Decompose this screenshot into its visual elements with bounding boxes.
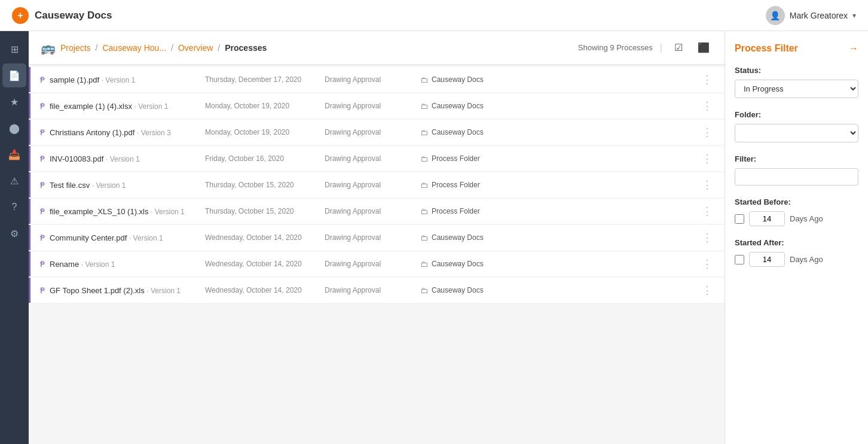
file-folder: 🗀 Causeway Docs xyxy=(420,233,699,242)
table-row[interactable]: Ᵽ sample (1).pdf · Version 1 Thursday, D… xyxy=(29,67,725,92)
breadcrumb-icon: 🚌 xyxy=(41,41,56,55)
folder-icon: 🗀 xyxy=(420,260,428,269)
breadcrumb-sep-2: / xyxy=(171,43,173,53)
process-icon: Ᵽ xyxy=(40,260,45,269)
started-before-row: Days Ago xyxy=(735,211,858,226)
panel-header: Process Filter → xyxy=(735,43,858,54)
table-row[interactable]: Ᵽ file_example (1) (4).xlsx · Version 1 … xyxy=(29,93,725,118)
sidebar: ⊞ 📄 ★ ⬤ 📥 ⚠ ? ⚙ xyxy=(0,31,29,444)
folder-icon: 🗀 xyxy=(420,207,428,216)
started-after-label: Started After: xyxy=(735,238,858,247)
file-menu-button[interactable]: ⋮ xyxy=(699,284,715,297)
file-type: Drawing Approval xyxy=(325,207,420,215)
process-icon: Ᵽ xyxy=(40,286,45,295)
file-name: INV-010083.pdf · Version 1 xyxy=(50,154,205,163)
sidebar-item-alert[interactable]: ⚠ xyxy=(2,169,26,193)
folder-select[interactable] xyxy=(735,124,858,142)
file-version: · Version 1 xyxy=(106,155,140,163)
export-action-button[interactable]: ⬛ xyxy=(695,39,713,57)
checkbox-action-button[interactable]: ☑ xyxy=(670,39,687,57)
breadcrumb: 🚌 Projects / Causeway Hou... / Overview … xyxy=(41,41,267,55)
sidebar-item-projects[interactable]: ⊞ xyxy=(2,37,26,61)
file-name: sample (1).pdf · Version 1 xyxy=(50,75,205,84)
table-row[interactable]: Ᵽ Rename · Version 1 Wednesday, October … xyxy=(29,251,725,276)
file-version: · Version 1 xyxy=(146,287,181,295)
file-name: Rename · Version 1 xyxy=(50,260,205,269)
process-icon: Ᵽ xyxy=(40,75,45,84)
file-folder: 🗀 Causeway Docs xyxy=(420,286,699,295)
file-type: Drawing Approval xyxy=(325,102,420,110)
file-date: Thursday, October 15, 2020 xyxy=(205,207,325,215)
sidebar-item-starred[interactable]: ★ xyxy=(2,90,26,114)
file-menu-button[interactable]: ⋮ xyxy=(699,178,715,191)
header-left: + Causeway Docs xyxy=(12,7,112,24)
folder-icon: 🗀 xyxy=(420,181,428,190)
filter-input[interactable] xyxy=(735,168,858,185)
folder-icon: 🗀 xyxy=(420,102,428,111)
file-folder: 🗀 Causeway Docs xyxy=(420,260,699,269)
folder-icon: 🗀 xyxy=(420,154,428,163)
started-before-days-input[interactable] xyxy=(749,211,785,226)
file-version: · Version 1 xyxy=(135,102,169,111)
table-row[interactable]: Ᵽ Community Center.pdf · Version 1 Wedne… xyxy=(29,225,725,250)
file-menu-button[interactable]: ⋮ xyxy=(699,99,715,112)
folder-icon: 🗀 xyxy=(420,233,428,242)
breadcrumb-sep-1: / xyxy=(96,43,98,53)
file-folder: 🗀 Causeway Docs xyxy=(420,75,699,84)
breadcrumb-causeway[interactable]: Causeway Hou... xyxy=(102,43,166,53)
started-before-label: Started Before: xyxy=(735,197,858,206)
started-after-checkbox[interactable] xyxy=(735,255,744,264)
filter-label: Filter: xyxy=(735,154,858,163)
file-folder: 🗀 Process Folder xyxy=(420,154,699,163)
panel-close-arrow[interactable]: → xyxy=(849,43,858,54)
file-date: Monday, October 19, 2020 xyxy=(205,128,325,136)
sidebar-item-settings[interactable]: ⚙ xyxy=(2,221,26,245)
folder-label: Folder: xyxy=(735,110,858,119)
file-date: Monday, October 19, 2020 xyxy=(205,102,325,110)
table-row[interactable]: Ᵽ GF Topo Sheet 1.pdf (2).xls · Version … xyxy=(29,278,725,303)
table-row[interactable]: Ᵽ Test file.csv · Version 1 Thursday, Oc… xyxy=(29,172,725,197)
file-name: file_example_XLS_10 (1).xls · Version 1 xyxy=(50,207,205,216)
status-select[interactable]: In Progress Complete Pending Rejected xyxy=(735,80,858,98)
file-menu-button[interactable]: ⋮ xyxy=(699,126,715,139)
started-before-checkbox[interactable] xyxy=(735,214,744,224)
process-icon: Ᵽ xyxy=(40,128,45,137)
breadcrumb-overview[interactable]: Overview xyxy=(178,43,213,53)
file-menu-button[interactable]: ⋮ xyxy=(699,205,715,218)
sidebar-item-inbox[interactable]: 📥 xyxy=(2,142,26,166)
process-icon: Ᵽ xyxy=(40,102,45,111)
started-after-days-input[interactable] xyxy=(749,252,785,267)
sidebar-item-dot[interactable]: ⬤ xyxy=(2,116,26,140)
file-menu-button[interactable]: ⋮ xyxy=(699,231,715,244)
user-dropdown-arrow[interactable]: ▾ xyxy=(852,11,856,20)
file-menu-button[interactable]: ⋮ xyxy=(699,73,715,86)
file-type: Drawing Approval xyxy=(325,128,420,136)
folder-icon: 🗀 xyxy=(420,286,428,295)
user-name: Mark Greatorex xyxy=(790,11,848,20)
process-icon: Ᵽ xyxy=(40,181,45,190)
table-row[interactable]: Ᵽ INV-010083.pdf · Version 1 Friday, Oct… xyxy=(29,146,725,171)
table-row[interactable]: Ᵽ file_example_XLS_10 (1).xls · Version … xyxy=(29,199,725,224)
logo-icon: + xyxy=(12,7,29,24)
file-type: Drawing Approval xyxy=(325,260,420,268)
file-menu-button[interactable]: ⋮ xyxy=(699,257,715,270)
showing-text: Showing 9 Processes xyxy=(578,43,653,52)
file-name: GF Topo Sheet 1.pdf (2).xls · Version 1 xyxy=(50,286,205,295)
sidebar-item-help[interactable]: ? xyxy=(2,195,26,219)
file-folder: 🗀 Causeway Docs xyxy=(420,102,699,111)
file-type: Drawing Approval xyxy=(325,233,420,242)
folder-icon: 🗀 xyxy=(420,75,428,84)
table-row[interactable]: Ᵽ Christians Antony (1).pdf · Version 3 … xyxy=(29,120,725,145)
breadcrumb-projects[interactable]: Projects xyxy=(60,43,91,53)
file-version: · Version 1 xyxy=(151,208,185,216)
sidebar-item-documents[interactable]: 📄 xyxy=(2,63,26,87)
file-menu-button[interactable]: ⋮ xyxy=(699,152,715,165)
filter-filter-section: Filter: xyxy=(735,154,858,185)
process-icon: Ᵽ xyxy=(40,154,45,163)
content-area: 🚌 Projects / Causeway Hou... / Overview … xyxy=(29,31,725,444)
file-version: · Version 3 xyxy=(137,129,171,137)
header-right[interactable]: 👤 Mark Greatorex ▾ xyxy=(766,6,856,25)
file-date: Wednesday, October 14, 2020 xyxy=(205,260,325,268)
file-name: file_example (1) (4).xlsx · Version 1 xyxy=(50,102,205,111)
main-layout: ⊞ 📄 ★ ⬤ 📥 ⚠ ? ⚙ 🚌 Projects / Causeway Ho… xyxy=(0,31,868,444)
